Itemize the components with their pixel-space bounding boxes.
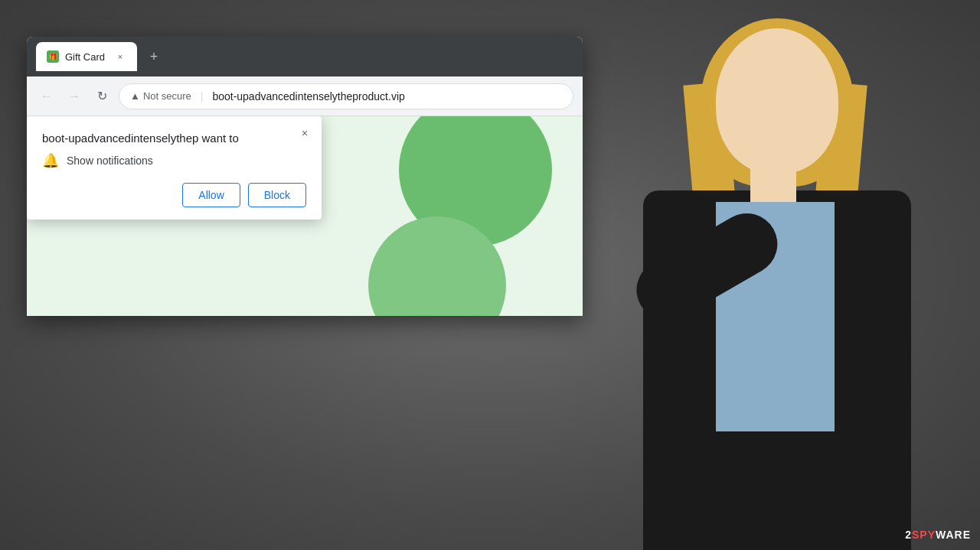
watermark-suffix: WARE (936, 529, 971, 541)
watermark: 2SPYWARE (905, 529, 971, 541)
address-divider: | (201, 90, 204, 103)
tab-favicon-icon: 🎁 (47, 50, 59, 63)
person-figure (551, 0, 980, 550)
browser-navbar: ← → ↻ ▲ Not secure | boot-upadvancedinte… (27, 76, 583, 116)
watermark-prefix: 2 (905, 529, 912, 541)
popup-title: boot-upadvancedintenselythep want to (42, 132, 306, 145)
refresh-button[interactable]: ↻ (91, 86, 113, 107)
back-button[interactable]: ← (36, 86, 57, 107)
warning-icon: ▲ (130, 90, 140, 102)
notification-popup: boot-upadvancedintenselythep want to × 🔔… (27, 116, 322, 220)
forward-button[interactable]: → (64, 86, 85, 107)
security-badge: ▲ Not secure (130, 90, 191, 102)
browser-content: boot-upadvancedintenselythep want to × 🔔… (27, 116, 583, 316)
browser-window: 🎁 Gift Card × + ← → ↻ ▲ Not secure | boo… (27, 37, 583, 316)
popup-actions: Allow Block (42, 183, 306, 207)
address-bar[interactable]: ▲ Not secure | boot-upadvancedintenselyt… (119, 83, 573, 109)
head (716, 28, 838, 174)
person-body (582, 15, 980, 550)
bell-icon: 🔔 (42, 152, 59, 169)
neck (750, 164, 796, 202)
tab-title: Gift Card (65, 51, 105, 63)
popup-notification-row: 🔔 Show notifications (42, 152, 306, 169)
browser-titlebar: 🎁 Gift Card × + (27, 37, 583, 76)
tab-close-button[interactable]: × (114, 50, 126, 63)
popup-close-button[interactable]: × (296, 124, 314, 142)
browser-tab[interactable]: 🎁 Gift Card × (36, 42, 137, 71)
watermark-spy: SPY (912, 529, 936, 541)
new-tab-button[interactable]: + (143, 46, 165, 67)
allow-button[interactable]: Allow (182, 183, 240, 207)
not-secure-label: Not secure (143, 90, 191, 102)
block-button[interactable]: Block (248, 183, 306, 207)
popup-notification-text: Show notifications (67, 155, 153, 167)
address-url: boot-upadvancedintenselytheproduct.vip (212, 90, 404, 103)
